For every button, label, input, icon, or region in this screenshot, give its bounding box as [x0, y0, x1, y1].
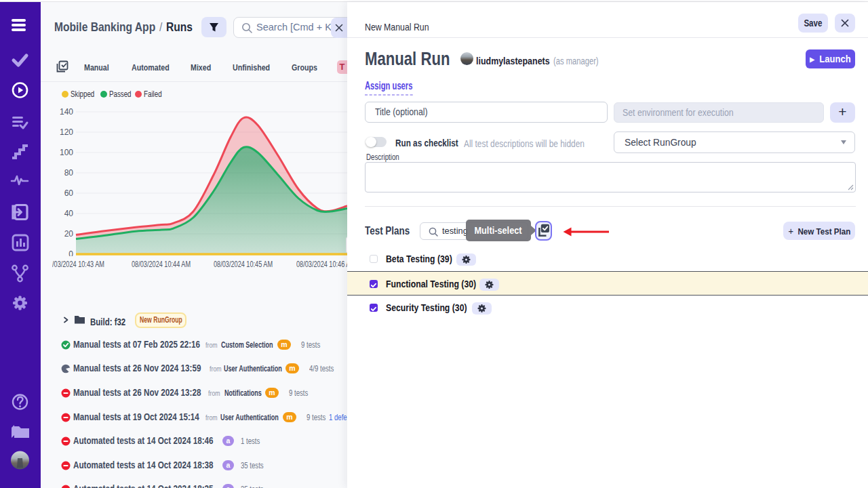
svg-text:40: 40: [64, 209, 74, 218]
svg-text:80: 80: [64, 168, 74, 178]
svg-text:0: 0: [68, 249, 73, 256]
svg-text:60: 60: [64, 188, 74, 198]
svg-text:100: 100: [60, 148, 73, 157]
svg-text:20: 20: [64, 229, 74, 239]
svg-text:120: 120: [60, 127, 73, 137]
svg-text:140: 140: [60, 107, 73, 117]
